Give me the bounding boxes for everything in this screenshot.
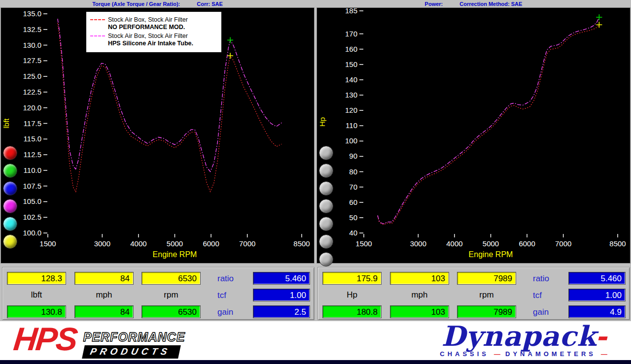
channel-button-red[interactable]: [3, 146, 17, 160]
power-tcf-field[interactable]: 1.00: [568, 289, 626, 301]
power-run1-speed: 103: [390, 272, 449, 285]
gain-label: gain: [205, 304, 252, 320]
power-run2-speed: 103: [390, 305, 449, 318]
torque-run1-speed: 84: [74, 272, 134, 285]
power-channel-selector[interactable]: Power:: [425, 1, 443, 7]
svg-text:170: 170: [345, 30, 357, 38]
svg-text:7000: 7000: [239, 239, 255, 248]
power-chart: 4050607080901001101201301401501601701851…: [317, 8, 630, 263]
svg-text:100: 100: [345, 136, 357, 145]
power-run1-peak-value: 175.9: [322, 272, 382, 285]
channel-button-blue[interactable]: [3, 181, 17, 196]
svg-text:102.5: 102.5: [23, 213, 41, 221]
hps-wordmark: HPS: [12, 323, 78, 355]
svg-text:120.0: 120.0: [23, 103, 41, 112]
torque-unit-label: lbft: [7, 287, 66, 303]
power-ratio-field[interactable]: 5.460: [568, 272, 626, 285]
svg-text:185: 185: [345, 8, 357, 15]
channel-button-gray-5[interactable]: [319, 217, 333, 231]
svg-text:90: 90: [349, 152, 357, 160]
torque-gain-field[interactable]: 2.5: [253, 305, 310, 318]
power-chart-area: 4050607080901001101201301401501601701851…: [316, 7, 631, 264]
svg-text:8500: 8500: [609, 239, 626, 248]
svg-text:8500: 8500: [293, 239, 310, 248]
svg-text:5000: 5000: [167, 239, 183, 248]
dynapack-sub-dash-icon: —: [494, 350, 500, 358]
svg-text:4000: 4000: [446, 239, 462, 248]
svg-text:130.0: 130.0: [23, 41, 41, 49]
svg-text:107.5: 107.5: [23, 182, 41, 190]
svg-text:105.0: 105.0: [23, 197, 41, 205]
svg-text:132.5: 132.5: [23, 25, 41, 33]
torque-run1-peak-value: 128.3: [7, 272, 66, 285]
power-channel-buttons: [319, 146, 333, 266]
power-readout-panel: 175.9 103 7989 ratio 5.460 Hp mph rpm tc…: [317, 267, 630, 320]
svg-text:150: 150: [345, 60, 357, 68]
torque-ratio-field[interactable]: 5.460: [253, 272, 310, 285]
svg-text:115.0: 115.0: [24, 134, 41, 143]
channel-button-gray-2[interactable]: [319, 164, 333, 178]
torque-run2-peak-value: 130.8: [7, 305, 66, 318]
dynapack-sub-dash-icon: —: [601, 350, 607, 358]
hps-logo: HPS PERFORMANCE PRODUCTS: [14, 323, 185, 359]
legend-stock-line-sample: [90, 19, 105, 20]
speed-unit-label: mph: [390, 287, 449, 303]
channel-button-magenta[interactable]: [3, 199, 17, 213]
svg-text:40: 40: [349, 229, 357, 237]
svg-text:Hp: Hp: [318, 117, 326, 127]
torque-run1-rpm: 6530: [141, 272, 201, 285]
tcf-label: tcf: [205, 287, 252, 303]
ratio-label: ratio: [205, 270, 252, 287]
power-run2-peak-value: 180.8: [322, 305, 382, 318]
svg-text:Engine RPM: Engine RPM: [469, 250, 513, 259]
dynapack-chassis-text: CHASSIS: [440, 350, 489, 358]
torque-chart-panel: Torque (Axle Torque / Gear Ratio): Corr:…: [0, 0, 315, 264]
power-panel-header: Power: Correction Method: SAE: [316, 0, 631, 7]
power-gain-field[interactable]: 4.9: [568, 305, 626, 318]
ratio-label: ratio: [520, 270, 567, 287]
dynapack-wordmark: Dynapack: [442, 320, 596, 352]
torque-channel-selector[interactable]: Torque (Axle Torque / Gear Ratio):: [92, 1, 180, 7]
legend-hps-line1: Stock Air Box, Stock Air Filter: [108, 33, 188, 39]
channel-button-cyan[interactable]: [3, 217, 17, 231]
speed-unit-label: mph: [74, 287, 134, 303]
svg-text:4000: 4000: [130, 239, 146, 248]
svg-text:140: 140: [345, 75, 357, 84]
svg-text:6000: 6000: [519, 239, 535, 248]
torque-panel-header: Torque (Axle Torque / Gear Ratio): Corr:…: [0, 0, 315, 7]
svg-text:1500: 1500: [39, 239, 56, 248]
channel-button-gray-4[interactable]: [319, 199, 333, 213]
torque-channel-buttons: [3, 146, 17, 249]
channel-button-green[interactable]: [3, 164, 17, 178]
svg-text:50: 50: [349, 213, 357, 222]
channel-button-gray-1[interactable]: [319, 146, 333, 160]
dynapack-dynamometers-text: DYNAMOMETERS: [505, 350, 596, 358]
hps-performance-text: PERFORMANCE: [83, 330, 185, 344]
channel-button-gray-3[interactable]: [319, 181, 333, 196]
dyno-app-window: Torque (Axle Torque / Gear Ratio): Corr:…: [0, 0, 631, 364]
legend-hps-line-sample: [90, 35, 105, 36]
legend-hps-line2: HPS Silicone Air Intake Tube.: [108, 40, 217, 47]
svg-text:3000: 3000: [94, 239, 110, 248]
legend-stock-line1: Stock Air Box, Stock Air Filter: [108, 16, 188, 23]
dynapack-logo: Dynapack- CHASSIS — DYNAMOMETERS —: [440, 322, 607, 358]
svg-text:1500: 1500: [355, 239, 372, 248]
rpm-unit-label: rpm: [141, 287, 201, 303]
svg-text:6000: 6000: [203, 239, 219, 248]
svg-text:60: 60: [349, 198, 357, 206]
channel-button-yellow[interactable]: [3, 234, 17, 249]
torque-correction-selector[interactable]: Corr: SAE: [197, 1, 223, 7]
torque-tcf-field[interactable]: 1.00: [253, 289, 310, 301]
hps-products-text: PRODUCTS: [82, 345, 180, 359]
power-correction-selector[interactable]: Correction Method: SAE: [459, 1, 522, 7]
svg-text:112.5: 112.5: [24, 150, 41, 159]
torque-readout-panel: 128.3 84 6530 ratio 5.460 lbft mph rpm t…: [2, 267, 315, 320]
channel-button-gray-6[interactable]: [319, 234, 333, 249]
tcf-label: tcf: [520, 287, 567, 303]
svg-text:120: 120: [345, 106, 357, 114]
chart-legend: Stock Air Box, Stock Air Filter NO PERFO…: [86, 11, 222, 53]
legend-stock-line2: NO PERFORMANCE MOD.: [108, 24, 217, 31]
svg-text:80: 80: [349, 167, 357, 176]
channel-button-gray-7[interactable]: [319, 252, 333, 266]
bottom-status-bar: [0, 360, 631, 364]
